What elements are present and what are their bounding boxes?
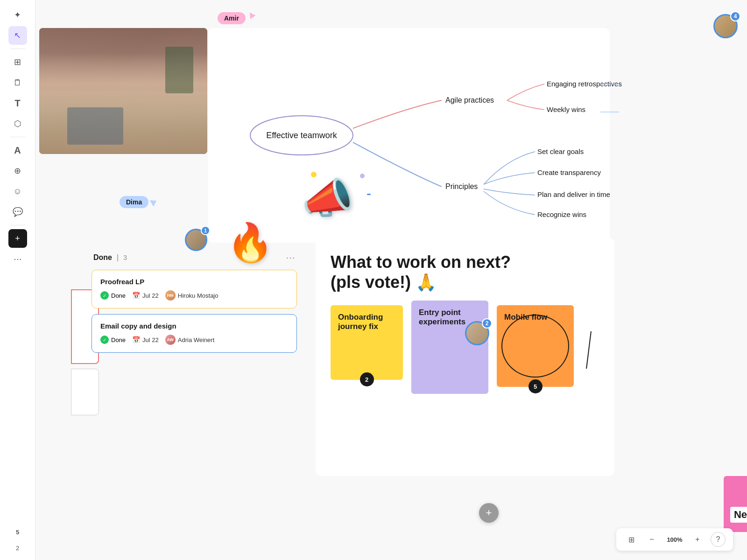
card-2-assignee-avatar: AW (165, 335, 176, 345)
card-1-date: Jul 22 (142, 292, 159, 299)
kanban-count: 3 (123, 254, 127, 261)
kanban-column: Done | 3 ⋯ Proofread LP ✓ Done 📅 Jul 22 … (92, 252, 297, 429)
voting-card-1-votes: 2 (360, 372, 374, 386)
mindmap-agile-line (353, 100, 442, 128)
bottom-toolbar: ⊞ − 100% + ? (616, 528, 733, 551)
kanban-column-title: Done (93, 253, 112, 262)
left-toolbar: ✦ ↖ ⊞ 🗒 T ⬡ A ⊕ ☺ 💬 + ⋯ 5 2 (0, 0, 35, 560)
confetti-dot-2 (360, 174, 365, 178)
card-1-assignee-name: Hiroku Mostajo (178, 292, 218, 299)
mindmap-deliver-text: Plan and deliver in time (537, 190, 610, 198)
voting-card-2-text: Entry point experiments (419, 308, 465, 326)
kanban-card-1[interactable]: Proofread LP ✓ Done 📅 Jul 22 HM Hiroku M… (92, 270, 297, 308)
dima-name-bubble: Dima (120, 196, 148, 208)
card-1-meta: ✓ Done 📅 Jul 22 HM Hiroku Mostajo (100, 290, 288, 301)
toolbar-divider-3 (10, 225, 25, 225)
card-1-date-badge: 📅 Jul 22 (132, 292, 159, 299)
card-2-date-badge: 📅 Jul 22 (132, 336, 159, 343)
magic-tool-button[interactable]: ✦ (8, 6, 27, 24)
mindmap-agile-label: Agile practices (445, 96, 494, 104)
mindmap-goals-text: Set clear goals (537, 147, 584, 155)
pen-button[interactable]: A (8, 141, 27, 160)
mindmap-deliver-line (484, 189, 535, 195)
voting-card-2-wrap: Entry point experiments (411, 305, 488, 394)
card-1-assignee-badge: HM Hiroku Mostajo (165, 290, 218, 301)
kanban-title-group: Done | 3 (93, 253, 127, 262)
kanban-card-2[interactable]: Email copy and design ✓ Done 📅 Jul 22 AW… (92, 314, 297, 353)
mindmap-svg: Effective teamwork Agile practices Engag… (208, 28, 610, 243)
add-circle-button[interactable]: + (479, 503, 499, 523)
card-1-calendar-icon: 📅 (132, 292, 140, 299)
celebration-sticker: 📣 (302, 177, 354, 219)
confetti-dot-1 (311, 172, 317, 177)
dima-cursor-arrow (150, 197, 158, 207)
voting-card-3-text: Mobile flow (504, 313, 548, 322)
crop-button[interactable]: ⊕ (8, 161, 27, 180)
more-tools-button[interactable]: ⋯ (8, 250, 27, 268)
voting-avatar-badge: 2 (482, 318, 492, 329)
card-2-calendar-icon: 📅 (132, 336, 140, 343)
mobile-flow-circle (501, 315, 569, 378)
pink-sticky-partial (724, 476, 747, 532)
select-tool-button[interactable]: ↖ (8, 26, 27, 45)
toolbar-divider-1 (10, 49, 25, 49)
top-right-avatar-badge: 4 (730, 11, 740, 21)
diagonal-line-svg (582, 331, 596, 369)
kanban-more-button[interactable]: ⋯ (286, 252, 295, 263)
mindmap-transparency-text: Create transparency (537, 168, 601, 176)
page-5[interactable]: 5 (11, 525, 24, 539)
card-2-meta: ✓ Done 📅 Jul 22 AW Adria Weinert (100, 335, 288, 345)
mindmap-retro-line (507, 84, 544, 100)
help-button[interactable]: ? (711, 532, 726, 547)
card-2-date: Jul 22 (142, 336, 159, 343)
canvas-area[interactable]: Amir Dima Eric 4 1 2 Effective (35, 0, 747, 560)
amir-cursor-label: Amir (218, 12, 254, 24)
amir-cursor-arrow (247, 13, 256, 21)
mindmap-frame: Effective teamwork Agile practices Engag… (208, 28, 610, 243)
shapes-button[interactable]: ⬡ (8, 114, 27, 133)
mindmap-transparency-line (484, 173, 535, 184)
comment-button[interactable]: 💬 (8, 203, 27, 221)
kanban-avatar-wrap: 1 (185, 229, 207, 253)
dima-cursor-label: Dima (120, 196, 157, 208)
card-2-done-icon: ✓ (100, 336, 109, 344)
mindmap-principles-label: Principles (445, 182, 478, 190)
add-element-button[interactable]: + (8, 229, 27, 248)
zoom-out-button[interactable]: − (644, 532, 659, 547)
voting-card-1-text: Onboarding journey fix (338, 313, 383, 331)
mindmap-goals-line (484, 152, 535, 184)
top-right-avatar-wrap[interactable]: 4 (713, 14, 738, 38)
voting-avatar-wrap: 2 (465, 321, 489, 347)
text-button[interactable]: T (8, 94, 27, 112)
emoji-button[interactable]: ☺ (8, 182, 27, 201)
amir-name-bubble: Amir (218, 12, 246, 24)
zoom-level: 100% (665, 536, 684, 543)
card-2-assignee-name: Adria Weinert (178, 336, 215, 343)
voting-card-mobile[interactable]: Mobile flow (497, 305, 574, 387)
card-1-status-badge: ✓ Done (100, 291, 126, 300)
card-1-assignee-avatar: HM (165, 290, 176, 301)
card-2-status-badge: ✓ Done (100, 336, 126, 344)
voting-frame: What to work on next?(pls vote!) 🙏 Onboa… (316, 238, 614, 476)
mindmap-weekly-line (507, 100, 544, 110)
zoom-in-button[interactable]: + (690, 532, 705, 547)
team-photo (39, 28, 207, 154)
voting-card-1-wrap: Onboarding journey fix 2 (331, 305, 403, 380)
voting-card-3-wrap: Mobile flow 5 (497, 305, 574, 387)
sticky-note-button[interactable]: 🗒 (8, 73, 27, 92)
mindmap-weekly-text: Weekly wins (547, 105, 585, 113)
kanban-speech-bubble: 1 (185, 229, 207, 251)
toolbar-divider-2 (10, 137, 25, 137)
frames-button[interactable]: ⊞ (8, 53, 27, 71)
card-1-status-text: Done (111, 292, 126, 299)
voting-card-onboarding[interactable]: Onboarding journey fix (331, 305, 403, 380)
page-2[interactable]: 2 (11, 541, 24, 554)
fit-view-button[interactable]: ⊞ (624, 532, 639, 547)
mindmap-principles-line (353, 142, 442, 187)
card-2-assignee-badge: AW Adria Weinert (165, 335, 215, 345)
card-1-title: Proofread LP (100, 278, 288, 286)
kanban-separator: | (117, 253, 119, 262)
voting-card-entry[interactable]: Entry point experiments (411, 301, 488, 394)
card-2-title: Email copy and design (100, 322, 288, 330)
card-1-done-icon: ✓ (100, 291, 109, 300)
